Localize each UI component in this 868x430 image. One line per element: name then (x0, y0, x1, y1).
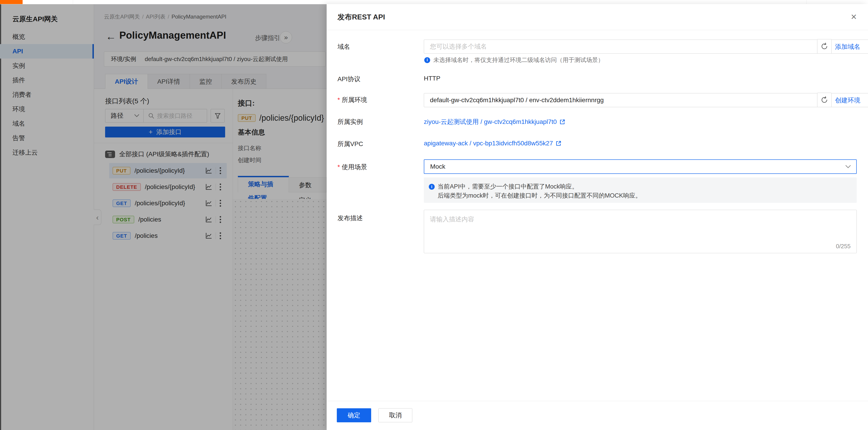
drawer-header: 发布REST API × (327, 4, 868, 30)
back-arrow-icon[interactable]: ← (106, 31, 116, 42)
kebab-menu-icon[interactable] (219, 216, 221, 223)
add-domain-link[interactable]: 添加域名 (835, 42, 860, 51)
breadcrumb-item[interactable]: 云原生API网关 (104, 13, 140, 20)
external-link-icon (559, 119, 565, 125)
tab-publish-history[interactable]: 发布历史 (221, 74, 266, 89)
domain-placeholder: 您可以选择多个域名 (430, 42, 487, 51)
monitor-chart-icon[interactable] (205, 184, 212, 190)
cancel-button[interactable]: 取消 (378, 408, 412, 422)
policy-canvas (233, 199, 327, 430)
sidebar-item-migration[interactable]: 迁移上云 (0, 145, 94, 160)
interface-list-panel: 接口列表(5 个) 路径 + 添加接口 全部接口 (API级策略&插件配置) (94, 89, 233, 430)
vpc-link[interactable]: apigateway-ack / vpc-bp13idvicfh50d8w55k… (424, 140, 561, 147)
topbar-divider (73, 0, 73, 4)
breadcrumb-separator: / (168, 13, 169, 20)
interface-path: /policies/{policyId} (259, 113, 324, 123)
sidebar-item-consumer[interactable]: 消费者 (0, 88, 94, 102)
environment-value: default-gw-ctv2cq6m1hkkjuapl7t0 / env-ct… (430, 96, 604, 104)
sidebar-item-overview[interactable]: 概览 (0, 30, 94, 44)
environment-select[interactable]: default-gw-ctv2cq6m1hkkjuapl7t0 / env-ct… (424, 93, 868, 107)
refresh-domain-button[interactable] (817, 39, 832, 54)
info-icon: i (429, 184, 435, 190)
divider (216, 184, 216, 190)
basic-info-title: 基本信息 (238, 128, 265, 137)
instance-label: 所属实例 (338, 118, 363, 126)
monitor-chart-icon[interactable] (205, 233, 212, 239)
api-protocol-value: HTTP (424, 75, 440, 82)
funnel-icon (214, 112, 221, 119)
all-interfaces-label: 全部接口 (API级策略&插件配置) (119, 150, 209, 158)
add-interface-button[interactable]: + 添加接口 (105, 127, 225, 137)
monitor-chart-icon[interactable] (205, 216, 212, 223)
monitor-chart-icon[interactable] (205, 167, 212, 174)
domain-select[interactable]: 您可以选择多个域名 (424, 39, 868, 54)
interface-path: /policies (138, 216, 161, 223)
sidebar-item-api[interactable]: API (0, 44, 94, 59)
kebab-menu-icon[interactable] (219, 183, 221, 191)
kebab-menu-icon[interactable] (219, 232, 221, 240)
kebab-menu-icon[interactable] (219, 167, 221, 175)
search-input[interactable] (157, 112, 203, 120)
scenario-select[interactable]: Mock (424, 159, 857, 174)
kebab-menu-icon[interactable] (219, 199, 221, 207)
group-tree-icon (105, 151, 115, 158)
step-guide-label: 步骤指引 (255, 34, 280, 42)
sidebar-collapse-handle[interactable]: ‹ (94, 210, 101, 225)
monitor-chart-icon[interactable] (205, 200, 212, 207)
info-icon: i (424, 57, 430, 63)
interface-row[interactable]: PUT /policies/{policyId} (109, 163, 227, 178)
vpc-link-text: apigateway-ack / vpc-bp13idvicfh50d8w55k… (424, 140, 553, 147)
sidebar-item-environment[interactable]: 环境 (0, 102, 94, 116)
env-instance-selector[interactable]: 环境/实例 default-gw-ctv2cq6m1hkkjuapl7t0 / … (104, 52, 326, 67)
environment-label: *所属环境 (338, 96, 367, 104)
tab-api-design[interactable]: API设计 (105, 74, 148, 89)
refresh-environment-button[interactable] (817, 93, 832, 107)
interface-detail-heading: 接口: (238, 98, 255, 108)
required-mark: * (338, 163, 340, 171)
path-filter-label: 路径 (111, 112, 123, 120)
drawer-footer: 确定 取消 (327, 401, 868, 430)
api-protocol-label: API协议 (338, 75, 360, 84)
path-filter-select[interactable]: 路径 (105, 109, 144, 123)
description-textarea[interactable] (424, 210, 857, 242)
domain-hint: i 未选择域名时，将仅支持通过环境二级域名访问（用于测试场景） (424, 56, 604, 64)
interface-row[interactable]: GET /policies (109, 228, 227, 244)
instance-link-text: ziyou-云起测试使用 / gw-ctv2cq6m1hkkjuapl7t0 (424, 118, 557, 126)
tab-monitor[interactable]: 监控 (190, 74, 222, 89)
interface-detail-panel: 接口: PUT /policies/{policyId} 基本信息 接口名称 创… (233, 89, 327, 430)
add-interface-label: 添加接口 (156, 128, 182, 136)
close-icon[interactable]: × (848, 11, 860, 23)
sidebar-item-plugin[interactable]: 插件 (0, 73, 94, 88)
interface-path: /policies/{policyId} (134, 167, 185, 174)
all-interfaces-group[interactable]: 全部接口 (API级策略&插件配置) (105, 150, 209, 158)
interface-list-title: 接口列表 (105, 97, 132, 105)
interface-row[interactable]: GET /policies/{policyId} (109, 195, 227, 211)
char-counter: 0/255 (836, 243, 850, 250)
tab-api-detail[interactable]: API详情 (148, 74, 190, 89)
drawer-title: 发布REST API (338, 12, 385, 22)
tab-policy-plugin-config[interactable]: 策略与插件配置 (238, 176, 289, 192)
method-badge: PUT (238, 114, 256, 122)
method-badge: POST (113, 216, 134, 223)
confirm-button[interactable]: 确定 (337, 408, 371, 422)
filter-funnel-button[interactable] (211, 109, 225, 123)
main-content: 云原生API网关/API列表/PolicyManagementAPI ← Pol… (94, 4, 327, 430)
breadcrumb-item[interactable]: API列表 (146, 13, 165, 20)
interface-path: /policies/{policyId} (135, 199, 185, 207)
sidebar-item-domain[interactable]: 域名 (0, 116, 94, 131)
description-label: 发布描述 (338, 214, 363, 222)
interface-list-header: 接口列表(5 个) (105, 96, 149, 106)
interface-row[interactable]: POST /policies (109, 212, 227, 227)
search-icon (148, 113, 154, 119)
tab-parameter-definition[interactable]: 参数定义 (289, 177, 327, 192)
step-guide-expand-button[interactable]: » (280, 31, 292, 43)
sidebar-item-alarm[interactable]: 告警 (0, 131, 94, 145)
interface-row[interactable]: DELETE /policies/{policyId} (109, 179, 227, 195)
sidebar: 云原生API网关 概览 API 实例 插件 消费者 环境 域名 告警 迁移上云 (0, 4, 94, 430)
divider (216, 200, 216, 207)
sidebar-item-instance[interactable]: 实例 (0, 59, 94, 73)
create-environment-link[interactable]: 创建环境 (835, 96, 860, 105)
env-instance-label: 环境/实例 (111, 55, 136, 63)
instance-link[interactable]: ziyou-云起测试使用 / gw-ctv2cq6m1hkkjuapl7t0 (424, 118, 565, 126)
breadcrumb-item-current: PolicyManagementAPI (172, 13, 226, 20)
